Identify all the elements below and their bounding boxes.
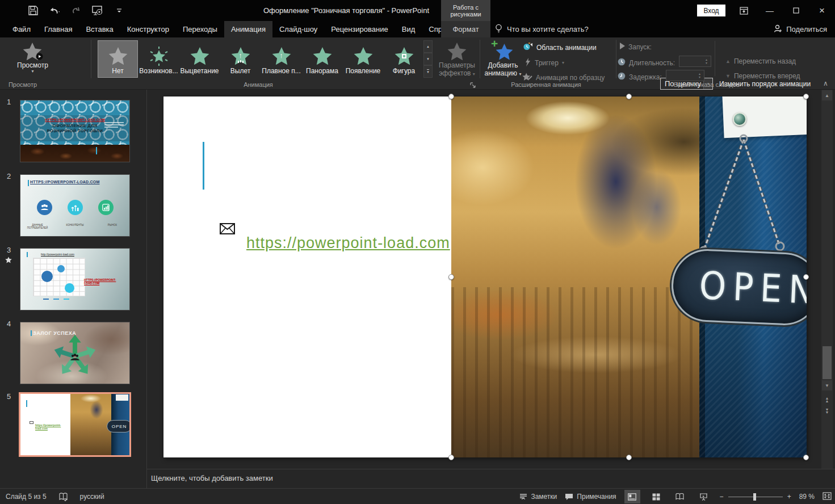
vertical-scrollbar[interactable]: ▲ ▼ ▲▲ ▼▼ [821, 90, 833, 469]
share-button[interactable]: Поделиться [774, 21, 827, 37]
slide-number: 3 [7, 246, 11, 254]
customize-qat-icon[interactable] [114, 5, 125, 16]
tab-file[interactable]: Файл [6, 21, 37, 37]
minimize-button[interactable]: — [757, 0, 783, 21]
zoom-slider-thumb[interactable] [753, 493, 756, 501]
tab-view[interactable]: Вид [395, 21, 422, 37]
envelope-icon[interactable] [220, 221, 235, 238]
redo-icon[interactable] [70, 5, 82, 16]
slide-canvas[interactable]: https://powerpoint-load.com OPEN [163, 96, 807, 457]
slide-thumbnail-4[interactable]: ЗАЛОГ УСПЕХА [20, 322, 129, 384]
spinner-down-icon[interactable]: ▾ [699, 75, 700, 79]
thumb3-red-link: HTTPS://POWERPOINT-LOAD.COM [84, 278, 126, 285]
notes-pane[interactable]: Щелкните, чтобы добавить заметки [147, 469, 835, 488]
reading-view-button[interactable] [672, 490, 688, 503]
duration-spinner[interactable]: ▴▾ [679, 56, 711, 67]
language-indicator[interactable]: русский [80, 493, 104, 501]
zoom-control: − + [720, 493, 791, 501]
animation-float-in[interactable]: ↑ Плавное п... [261, 40, 301, 78]
tab-home[interactable]: Главная [37, 21, 79, 37]
storefront-picture[interactable]: OPEN [451, 96, 807, 457]
maximize-button[interactable] [783, 0, 809, 21]
comments-toggle[interactable]: Примечания [565, 493, 616, 501]
gallery-scroll-up[interactable]: ▴ [423, 40, 433, 53]
collapse-ribbon-icon[interactable]: ∧ [823, 79, 828, 87]
title-placeholder-accent-bar[interactable] [203, 142, 204, 190]
tab-design[interactable]: Конструктор [120, 21, 176, 37]
star-arrow-icon: ↑ [272, 47, 291, 66]
selection-handle[interactable] [448, 274, 454, 280]
next-slide-button[interactable]: ▼▼ [822, 406, 832, 415]
animation-label: Вылет [230, 67, 250, 75]
previous-slide-button[interactable]: ▲▲ [822, 395, 832, 404]
preview-button[interactable]: Просмотр ▾ [17, 42, 48, 74]
tab-transitions[interactable]: Переходы [176, 21, 224, 37]
normal-view-button[interactable] [624, 490, 640, 503]
animation-fly-in[interactable]: ↑ Вылет [220, 40, 261, 78]
slide-thumbnail-5-selected[interactable]: https://powerpoint-load.com OPEN [19, 392, 131, 457]
sign-in-button[interactable]: Вход [697, 5, 725, 16]
selection-handle[interactable] [803, 274, 809, 280]
group-separator [480, 40, 480, 78]
animation-pane-button[interactable]: Область анимации [523, 43, 597, 53]
panel-splitter[interactable] [146, 90, 147, 488]
tab-review[interactable]: Рецензирование [324, 21, 395, 37]
animation-appear-burst[interactable]: Возникнов... [139, 40, 179, 78]
zoom-in-button[interactable]: + [787, 493, 791, 501]
selection-handle[interactable] [803, 455, 809, 460]
animation-fade[interactable]: Выцветание [179, 40, 220, 78]
ribbon-display-options-icon[interactable] [731, 0, 757, 21]
move-earlier-button[interactable]: ▲ Переместить назад [725, 57, 796, 65]
selection-handle[interactable] [626, 455, 632, 460]
tab-animations[interactable]: Анимация [224, 21, 272, 37]
undo-icon[interactable] [49, 5, 60, 16]
selection-handle[interactable] [448, 455, 454, 460]
status-bar: Слайд 5 из 5 русский Заметки Примечания [0, 488, 835, 504]
dialog-launcher-icon[interactable] [470, 81, 477, 87]
zoom-out-button[interactable]: − [720, 493, 724, 501]
tell-me-box[interactable]: Что вы хотите сделать? [495, 21, 589, 37]
notes-placeholder[interactable]: Щелкните, чтобы добавить заметки [151, 474, 273, 482]
slide-thumbnail-2[interactable]: HTTPS://POWERPOINT-LOAD.COM ДАННЫЕ ПОТРЕ… [20, 175, 129, 236]
slide-hyperlink[interactable]: https://powerpoint-load.com [246, 234, 450, 252]
gallery-more-button[interactable]: ▾ [423, 65, 433, 78]
animation-pan[interactable]: Панорама [302, 40, 342, 78]
add-animation-button[interactable]: + Добавить анимацию ▾ [481, 41, 525, 77]
move-later-button[interactable]: ▼ Переместить вперед [725, 72, 800, 80]
slide-sorter-view-button[interactable] [648, 490, 664, 503]
slide-thumbnail-3[interactable]: http://powerpoint-load.com HTTPS://POWER… [20, 249, 129, 310]
tab-insert[interactable]: Вставка [79, 21, 120, 37]
gallery-scroll-down[interactable]: ▾ [423, 53, 433, 65]
tab-slideshow[interactable]: Слайд-шоу [272, 21, 324, 37]
slide-number: 5 [7, 392, 11, 401]
accent-bar [31, 330, 32, 336]
scroll-up-button[interactable]: ▲ [822, 90, 832, 100]
close-button[interactable]: × [809, 0, 835, 21]
animation-indicator-icon[interactable] [5, 255, 12, 266]
effect-options-button[interactable]: Параметры эффектов ▾ [436, 42, 478, 77]
start-from-beginning-icon[interactable] [92, 5, 103, 16]
selection-handle[interactable] [626, 94, 632, 99]
zoom-slider-track[interactable] [728, 497, 783, 497]
slideshow-view-button[interactable] [696, 490, 712, 503]
fit-slide-button[interactable] [823, 492, 832, 502]
save-icon[interactable] [27, 5, 39, 16]
trigger-button[interactable]: Триггер ▾ [525, 58, 564, 68]
thumb2-label-3: РЫНОК [98, 224, 127, 229]
spell-check-icon[interactable] [59, 493, 68, 501]
scroll-down-button[interactable]: ▼ [822, 380, 832, 390]
selection-handle[interactable] [803, 94, 809, 99]
notes-toggle[interactable]: Заметки [519, 493, 557, 501]
selection-handle[interactable] [448, 94, 454, 99]
animation-appear[interactable]: Появление [343, 40, 383, 78]
animation-shape[interactable]: Фигура [384, 40, 424, 78]
animation-none[interactable]: Нет [98, 40, 138, 78]
slide-counter[interactable]: Слайд 5 из 5 [6, 493, 47, 501]
star-square-icon [395, 47, 414, 66]
tab-format[interactable]: Формат [452, 21, 479, 37]
zoom-percentage[interactable]: 89 % [799, 493, 815, 501]
spinner-down-icon[interactable]: ▾ [706, 61, 707, 65]
scrollbar-thumb[interactable] [823, 346, 832, 379]
slide-thumbnail-1[interactable]: HTTPS://POWERPOINT-LOAD.COM ОФОРМЛЕНИЕ Д… [20, 100, 129, 162]
delay-spinner[interactable]: ▴▾ [666, 70, 704, 81]
